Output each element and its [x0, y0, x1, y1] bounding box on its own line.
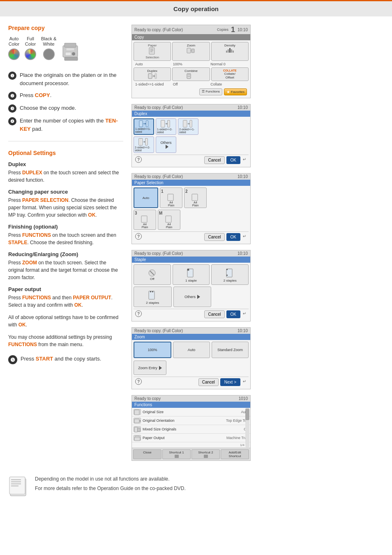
svg-rect-21 — [189, 76, 190, 77]
paper-2-btn[interactable]: 2 A4 Plain — [184, 187, 207, 208]
paper-source-desc: Press PAPER SELECTION. Choose the desire… — [8, 197, 123, 219]
svg-rect-10 — [187, 48, 191, 53]
paper-1-btn[interactable]: 1 A4 Plain — [160, 187, 182, 208]
staple-2-btn-2[interactable]: 2 staples — [134, 287, 172, 307]
func-mixed-size[interactable]: Mixed Size Originals Off — [132, 425, 250, 434]
bw-color-mode: Black &White — [41, 36, 56, 60]
screen1-title-bar: Copy — [132, 34, 250, 40]
svg-rect-18 — [188, 74, 189, 75]
paper-ok-btn[interactable]: OK — [226, 233, 240, 241]
color-modes: AutoColor FullColor Black &White — [8, 36, 56, 60]
svg-rect-45 — [166, 216, 171, 222]
paper-selection-btn[interactable]: Paper Selection — [134, 42, 171, 61]
duplex-others[interactable]: Others — [156, 136, 176, 153]
screen6-label: Functions — [134, 402, 152, 407]
help-btn-4[interactable]: ? — [135, 310, 142, 317]
step-num-3: ❸ — [8, 104, 16, 113]
svg-rect-13 — [148, 74, 152, 79]
svg-rect-35 — [190, 120, 192, 127]
step-4-text: Enter the number of copies with the TEN-… — [20, 117, 123, 133]
zoom-title: Reducing/Enlarging (Zoom) — [8, 251, 123, 257]
svg-rect-59 — [134, 427, 138, 432]
func-orig-orientation[interactable]: Original Orientation Top Edge Top — [132, 416, 250, 425]
paper-output-title: Paper output — [8, 286, 123, 292]
zoom-100-btn[interactable]: 100% — [134, 342, 171, 358]
svg-rect-56 — [134, 410, 139, 415]
zoom-section: Reducing/Enlarging (Zoom) Press ZOOM on … — [8, 251, 123, 281]
optional-settings-title: Optional Settings — [8, 150, 123, 156]
paper-3-btn[interactable]: 3 A4 Plain — [134, 210, 156, 230]
func-shortcut1-btn[interactable]: Shortcut 1 — [162, 449, 191, 459]
func-close-btn[interactable]: Close — [133, 449, 161, 459]
staple-ok-btn[interactable]: OK — [226, 310, 240, 318]
screen5-status: Ready to copy. (Full Color) — [134, 328, 183, 333]
func-add-edit-btn[interactable]: Add/EditShortcut — [221, 449, 249, 459]
zoom-btn-main[interactable]: Zoom — [172, 42, 210, 61]
finishing-desc: Press FUNCTIONS on the touch screen and … — [8, 231, 123, 246]
screen6-time: 1010 — [239, 396, 248, 401]
duplex-1-2[interactable]: 1-sided>>2-sided — [156, 118, 176, 135]
staple-2-btn-1[interactable]: 2 staples — [211, 264, 249, 285]
functions-screen: Ready to copy 1010 Functions Original — [131, 395, 251, 461]
duplex-1-1[interactable]: 1-sided>>1-sided — [134, 118, 154, 135]
duplex-2-1[interactable]: 2-sided>>1-sided — [178, 118, 198, 135]
svg-rect-16 — [155, 74, 157, 79]
left-column: Prepare copy AutoColor FullColor Black &… — [8, 25, 123, 461]
zoom-cancel-btn[interactable]: Cancel — [198, 378, 219, 386]
screen5-title-bar: Zoom — [132, 334, 250, 340]
staple-off-btn[interactable]: Off — [134, 264, 171, 285]
help-btn-3[interactable]: ? — [135, 233, 142, 240]
staple-cancel-btn[interactable]: Cancel — [204, 310, 224, 318]
paper-auto-btn[interactable]: Auto — [134, 187, 158, 208]
paper-cancel-btn[interactable]: Cancel — [204, 233, 224, 241]
paper-m-btn[interactable]: M A4 Plain — [158, 210, 180, 230]
staple-1-btn[interactable]: 1 staple — [173, 264, 210, 285]
svg-rect-70 — [11, 481, 21, 482]
density-btn[interactable]: Density — [211, 42, 249, 61]
functions-btn-main[interactable]: ☰ Functions — [199, 88, 222, 95]
svg-marker-28 — [166, 123, 168, 125]
func-orig-size[interactable]: Original Size Auto — [132, 408, 250, 416]
favorites-btn[interactable]: ★ Favorites — [224, 88, 247, 95]
confirm-ok-desc: All of above optional settings have to b… — [8, 314, 123, 328]
auto-color-circle — [8, 49, 20, 60]
prepare-copy-title: Prepare copy — [8, 25, 123, 31]
duplex-btn-main[interactable]: Duplex — [134, 67, 171, 81]
zoom-entry-btn[interactable]: Zoom Entry — [134, 361, 166, 375]
screen2-footer: ? Cancel OK ↵ — [134, 155, 249, 165]
step-num-4: ❹ — [8, 117, 16, 125]
func-shortcut2-btn[interactable]: Shortcut 2 — [191, 449, 220, 459]
step-3: ❸ Choose the copy mode. — [8, 104, 123, 113]
screen4-status: Ready to copy. (Full Color) — [134, 251, 183, 256]
svg-rect-53 — [149, 291, 154, 299]
help-btn[interactable]: ? — [135, 156, 142, 163]
combine-btn[interactable]: Combine — [172, 67, 210, 81]
paper-output-section: Paper output Press FUNCTIONS and then PA… — [8, 286, 123, 309]
screen1-copies-label: Copies — [217, 28, 228, 32]
svg-rect-54 — [150, 291, 151, 292]
duplex-2-2[interactable]: 2-sided>>2-sided — [134, 136, 154, 153]
note-box: Depending on the model in use not all fu… — [0, 469, 392, 502]
screen4-body: Off 1 staple — [132, 263, 250, 321]
help-btn-5[interactable]: ? — [135, 378, 142, 385]
collate-btn[interactable]: COLLATE Collate/ Offset — [211, 67, 249, 81]
svg-rect-44 — [141, 216, 147, 222]
note-text-2: For more details refer to the Operation … — [35, 485, 186, 493]
screen2-title-bar: Duplex — [132, 111, 250, 117]
screen2-status: Ready to copy. (Full Color) — [134, 105, 183, 110]
zoom-next-btn[interactable]: Next > — [220, 378, 240, 386]
zoom-standard-btn[interactable]: Standard Zoom — [212, 342, 249, 358]
screen5-header: Ready to copy. (Full Color) 10:10 — [132, 328, 250, 334]
duplex-cancel-btn[interactable]: Cancel — [204, 156, 224, 164]
zoom-auto-btn[interactable]: Auto — [173, 342, 210, 358]
page-title: Copy operation — [173, 5, 219, 12]
full-color-circle — [25, 49, 36, 60]
screen2-label: Duplex — [134, 111, 147, 116]
screen1-time: 10:10 — [238, 28, 248, 32]
svg-rect-6 — [149, 48, 154, 54]
paper-icon — [148, 47, 157, 56]
note-icon — [8, 475, 29, 496]
staple-others-btn[interactable]: Others — [173, 287, 212, 307]
func-paper-output[interactable]: Paper Output Machine Tray — [132, 434, 250, 442]
duplex-ok-btn[interactable]: OK — [226, 156, 240, 164]
